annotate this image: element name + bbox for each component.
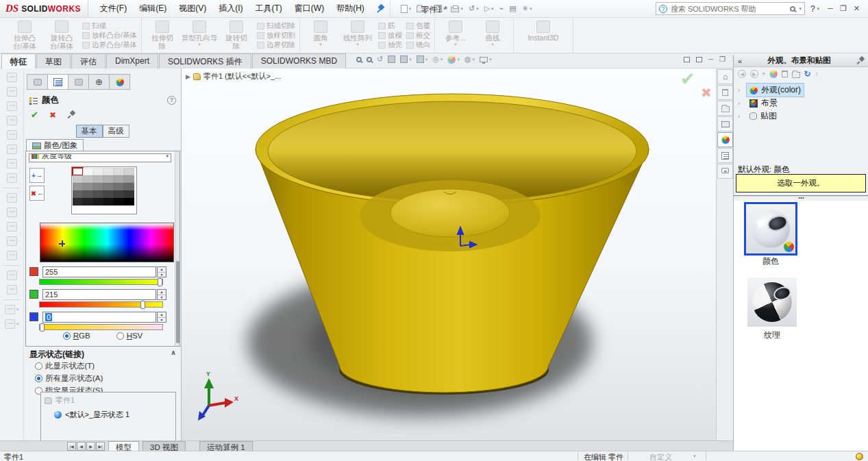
left-toolbar-icon-7[interactable] <box>7 159 17 169</box>
green-value-input[interactable]: 215 <box>42 289 156 300</box>
swatch-cell[interactable] <box>83 198 93 205</box>
menu-item-4[interactable]: 插入(I) <box>212 0 249 17</box>
swatch-cell[interactable] <box>93 190 103 198</box>
ribbon-button-wrap[interactable]: 包覆 <box>406 21 430 31</box>
qat-new-document-button[interactable]: ▾ <box>399 3 414 14</box>
headsup-hide-show-items-button[interactable]: ◎▾ <box>432 55 443 64</box>
left-toolbar-icon-3[interactable] <box>7 101 17 111</box>
swatch-cell[interactable] <box>103 183 114 190</box>
appearance-ball-icon[interactable] <box>769 70 778 78</box>
qat-print-document-button[interactable]: ▾ <box>449 3 465 14</box>
window-close-button[interactable]: ✕ <box>854 4 860 13</box>
pm-pin-icon[interactable] <box>67 111 75 119</box>
radio-rgb[interactable]: RGB <box>63 332 90 340</box>
ribbon-button-sweep[interactable]: 扫描 <box>82 21 137 31</box>
qat-file-properties-button[interactable]: ▤ <box>507 3 518 14</box>
appearance-thumbnail-texture[interactable] <box>747 277 797 327</box>
back-icon[interactable]: ◀ <box>738 70 746 78</box>
ribbon-button-curves[interactable]: 曲线▾ <box>475 19 510 51</box>
swatch-cell[interactable] <box>103 190 114 198</box>
remove-swatch-button[interactable]: ✖← <box>29 186 45 201</box>
blue-value-input[interactable]: 0 <box>42 312 156 323</box>
headsup-previous-view-button[interactable]: ↺ <box>377 55 383 64</box>
swatch-cell[interactable] <box>114 198 124 205</box>
swatch-cell[interactable] <box>83 168 93 175</box>
mode-tab-basic[interactable]: 基本 <box>76 125 103 138</box>
tab-configuration-manager[interactable] <box>68 74 89 90</box>
swatch-cell[interactable] <box>124 198 134 205</box>
ribbon-button-extrude-cut[interactable]: 拉伸切除 <box>145 19 180 51</box>
ribbon-button-fillet[interactable]: 圆角▾ <box>303 19 338 51</box>
tab-scroll-first-icon[interactable]: |◀ <box>67 442 76 451</box>
pm-scrollbar-thumb[interactable] <box>176 261 179 343</box>
blue-spinner[interactable]: ▲▼ <box>157 312 166 323</box>
left-toolbar-icon-6[interactable] <box>7 145 17 154</box>
tab-display-manager[interactable] <box>109 74 130 90</box>
palette-dropdown-arrow[interactable]: ▾ <box>166 153 169 159</box>
window-minimize-button[interactable]: ─ <box>828 4 833 13</box>
task-pane-view-palette-button[interactable] <box>717 116 733 132</box>
left-toolbar-icon-13[interactable] <box>7 251 17 260</box>
up-level-icon[interactable]: ↑ <box>815 70 819 78</box>
swatch-cell[interactable] <box>103 175 114 183</box>
swatch-cell[interactable] <box>73 175 83 183</box>
swatch-cell[interactable] <box>83 190 93 198</box>
red-spinner[interactable]: ▲▼ <box>157 266 166 277</box>
task-pane-home-button[interactable]: ⌂ <box>717 69 733 84</box>
green-slider-thumb[interactable] <box>140 301 145 309</box>
ribbon-button-reference-geometry[interactable]: 参考...▾ <box>438 19 473 51</box>
ribbon-button-mirror[interactable]: 镜向 <box>406 40 430 50</box>
add-swatch-button[interactable]: +→ <box>29 168 45 183</box>
tab-feature-tree[interactable] <box>27 74 48 90</box>
ribbon-button-sweep-cut[interactable]: 扫描切除 <box>257 21 295 31</box>
pm-scrollbar[interactable] <box>175 151 179 346</box>
ribbon-button-loft-boss[interactable]: 放样凸台/基体 <box>82 31 137 40</box>
tree-item-decal[interactable]: ›贴图 <box>738 110 868 123</box>
expand-chevron-icon[interactable]: › <box>738 87 743 94</box>
ribbon-button-boundary-boss[interactable]: 边界凸台/基体 <box>82 40 137 50</box>
ribbon-button-revolve-cut[interactable]: 旋转切除 <box>219 19 254 51</box>
ribbon-button-linear-pattern[interactable]: 线性阵列▾ <box>340 19 375 51</box>
green-spinner[interactable]: ▲▼ <box>157 289 166 300</box>
forward-icon[interactable]: ▶ <box>750 70 758 78</box>
tab-scroll-prev-icon[interactable]: ◀ <box>77 442 86 451</box>
left-toolbar-icon-1[interactable] <box>7 73 17 82</box>
tab-scroll-next-icon[interactable]: ▶ <box>86 442 95 451</box>
bottom-tab-模型[interactable]: 模型 <box>108 441 139 451</box>
swatch-cell[interactable] <box>93 168 103 175</box>
swatch-cell[interactable] <box>73 168 83 175</box>
confirm-cancel-x-icon[interactable]: ✖ <box>701 85 712 101</box>
left-toolbar-icon-15[interactable] <box>7 285 17 295</box>
swatch-cell[interactable] <box>114 168 124 175</box>
doc-window-icon-2[interactable] <box>696 57 702 62</box>
menu-item-6[interactable]: 窗口(W) <box>288 0 330 17</box>
custom-dropdown-icon[interactable]: ▾ <box>693 453 696 459</box>
command-tab-特征[interactable]: 特征 <box>1 53 36 68</box>
left-toolbar-icon-10[interactable] <box>7 208 17 217</box>
palette-dropdown[interactable]: 灰度等级 ▾ <box>29 153 171 162</box>
swatch-cell[interactable] <box>73 190 83 198</box>
ribbon-button-draft[interactable]: 拔模 <box>378 31 402 40</box>
command-tab-solidworks-mbd[interactable]: SOLIDWORKS MBD <box>252 53 346 68</box>
ribbon-button-revolve-boss[interactable]: 旋转凸台/基体 <box>44 19 79 51</box>
swatch-cell[interactable] <box>124 168 134 175</box>
collapse-chevron-icon[interactable]: ∧ <box>171 349 176 360</box>
pm-ok-button[interactable]: ✔ <box>31 110 38 120</box>
mode-tab-advanced[interactable]: 高级 <box>103 125 129 138</box>
tree-item-appearance-ball[interactable]: ›外观(color) <box>738 84 868 97</box>
headsup-section-view-button[interactable] <box>388 55 395 63</box>
ribbon-button-extrude-boss[interactable]: 拉伸凸台/基体 <box>7 19 42 51</box>
ribbon-button-intersect[interactable]: 相交 <box>406 31 430 40</box>
swatch-cell[interactable] <box>93 198 103 205</box>
task-pane-pin-icon[interactable] <box>856 57 864 64</box>
help-button[interactable]: ?▾ <box>810 4 819 14</box>
swatch-cell[interactable] <box>83 175 93 183</box>
confirm-ok-check-icon[interactable]: ✔ <box>680 68 695 90</box>
pm-cancel-button[interactable]: ✖ <box>49 110 56 120</box>
help-search-box[interactable]: ? ▾ <box>656 2 805 15</box>
swatch-cell[interactable] <box>93 183 103 190</box>
command-tab-草图[interactable]: 草图 <box>36 53 71 68</box>
ribbon-button-instant3d[interactable]: Instant3D <box>517 19 570 51</box>
swatch-cell[interactable] <box>83 183 93 190</box>
swatch-cell[interactable] <box>73 183 83 190</box>
